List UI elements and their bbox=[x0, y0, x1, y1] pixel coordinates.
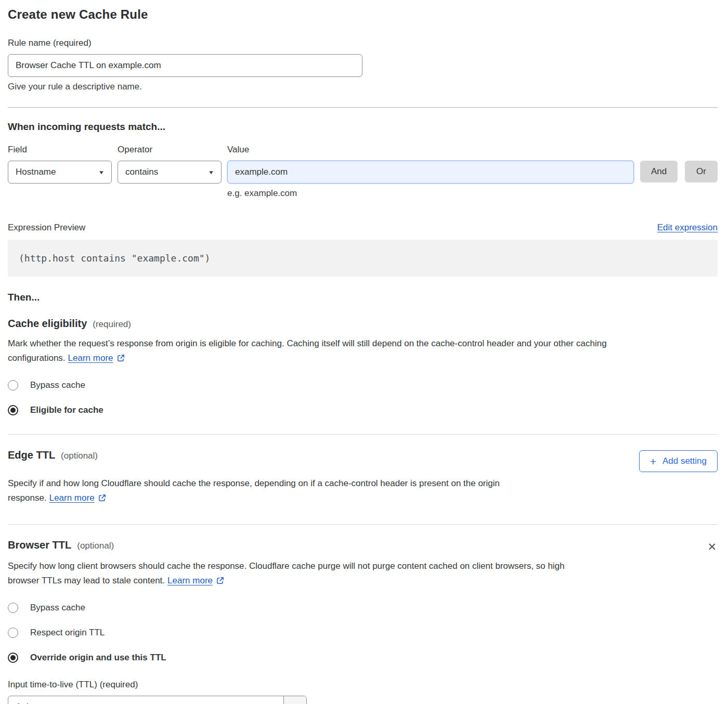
cache-eligibility-title-row: Cache eligibility (required) bbox=[8, 318, 718, 330]
radio-respect-origin-ttl[interactable]: Respect origin TTL bbox=[8, 628, 105, 638]
radio-bypass-cache[interactable]: Bypass cache bbox=[8, 380, 85, 390]
browser-ttl-close-button[interactable]: ✕ bbox=[707, 541, 717, 552]
value-label: Value bbox=[227, 145, 634, 155]
match-row: Field Hostname ▼ Operator contains ▼ Val… bbox=[8, 145, 718, 199]
radio-selected-icon bbox=[8, 405, 18, 415]
chevron-down-icon: ▼ bbox=[208, 170, 214, 175]
radio-circle-icon bbox=[8, 628, 18, 638]
value-helper: e.g. example.com bbox=[227, 188, 634, 199]
rule-name-label: Rule name (required) bbox=[8, 38, 718, 48]
field-select-value: Hostname bbox=[16, 167, 56, 177]
field-column: Field Hostname ▼ bbox=[8, 145, 112, 184]
edge-ttl-title: Edge TTL bbox=[8, 449, 55, 461]
divider bbox=[8, 107, 718, 108]
divider bbox=[8, 524, 718, 525]
edge-ttl-header: Edge TTL (optional) + Add setting bbox=[8, 449, 718, 472]
ttl-select[interactable]: 1 day ▼ bbox=[8, 696, 307, 704]
edge-ttl-description: Specify if and how long Cloudflare shoul… bbox=[8, 476, 582, 505]
operator-select-value: contains bbox=[125, 167, 158, 177]
expression-code: (http.host contains "example.com") bbox=[8, 240, 718, 277]
edge-ttl-section: Edge TTL (optional) + Add setting Specif… bbox=[8, 449, 718, 505]
value-column: Value e.g. example.com bbox=[227, 145, 634, 199]
cache-eligibility-qualifier: (required) bbox=[93, 319, 131, 330]
external-link-icon bbox=[98, 494, 106, 502]
match-section: When incoming requests match... Field Ho… bbox=[8, 121, 718, 199]
page-title: Create new Cache Rule bbox=[8, 7, 718, 22]
learn-more-link[interactable]: Learn more bbox=[167, 576, 224, 585]
cache-eligibility-section: Cache eligibility (required) Mark whethe… bbox=[8, 318, 718, 415]
and-button[interactable]: And bbox=[640, 161, 678, 182]
browser-ttl-section: Browser TTL (optional) ✕ Specify how lon… bbox=[8, 539, 718, 704]
add-setting-button[interactable]: + Add setting bbox=[639, 450, 718, 472]
edge-ttl-qualifier: (optional) bbox=[61, 451, 98, 461]
chevron-down-icon: ▼ bbox=[98, 170, 105, 175]
browser-ttl-title: Browser TTL bbox=[8, 539, 71, 551]
expression-section: Expression Preview Edit expression (http… bbox=[8, 223, 718, 277]
field-label: Field bbox=[8, 145, 112, 155]
match-heading: When incoming requests match... bbox=[8, 121, 718, 133]
create-cache-rule-form: Create new Cache Rule Rule name (require… bbox=[0, 0, 728, 704]
ttl-select-value: 1 day bbox=[8, 696, 283, 704]
radio-eligible-for-cache[interactable]: Eligible for cache bbox=[8, 405, 103, 415]
rule-name-helper: Give your rule a descriptive name. bbox=[8, 82, 718, 92]
browser-ttl-description: Specify how long client browsers should … bbox=[8, 559, 577, 588]
radio-browser-bypass-cache[interactable]: Bypass cache bbox=[8, 603, 85, 613]
cache-eligibility-title: Cache eligibility bbox=[8, 318, 87, 330]
operator-column: Operator contains ▼ bbox=[118, 145, 222, 184]
edit-expression-link[interactable]: Edit expression bbox=[657, 223, 718, 233]
learn-more-link[interactable]: Learn more bbox=[49, 493, 106, 503]
ttl-input-block: Input time-to-live (TTL) (required) 1 da… bbox=[8, 680, 718, 704]
then-heading: Then... bbox=[8, 292, 718, 303]
radio-override-origin-ttl[interactable]: Override origin and use this TTL bbox=[8, 653, 166, 663]
ttl-select-arrow-button[interactable]: ▼ bbox=[283, 696, 306, 704]
cache-eligibility-description: Mark whether the request’s response from… bbox=[8, 336, 709, 366]
operator-select[interactable]: contains ▼ bbox=[118, 161, 222, 184]
ttl-input-label: Input time-to-live (TTL) (required) bbox=[8, 680, 718, 690]
browser-ttl-header: Browser TTL (optional) ✕ bbox=[8, 539, 718, 552]
field-select[interactable]: Hostname ▼ bbox=[8, 161, 112, 184]
close-icon: ✕ bbox=[707, 541, 717, 553]
rule-name-input[interactable] bbox=[8, 54, 362, 77]
learn-more-link[interactable]: Learn more bbox=[68, 353, 125, 363]
rule-name-section: Rule name (required) Give your rule a de… bbox=[8, 38, 718, 92]
browser-ttl-qualifier: (optional) bbox=[77, 541, 114, 551]
value-input[interactable] bbox=[227, 161, 634, 184]
edge-ttl-title-row: Edge TTL (optional) bbox=[8, 449, 98, 461]
radio-circle-icon bbox=[8, 380, 18, 390]
plus-icon: + bbox=[650, 456, 656, 467]
or-button[interactable]: Or bbox=[685, 161, 718, 182]
expression-preview-label: Expression Preview bbox=[8, 223, 85, 233]
operator-label: Operator bbox=[118, 145, 222, 155]
external-link-icon bbox=[117, 354, 125, 362]
radio-circle-icon bbox=[8, 603, 18, 613]
browser-ttl-title-row: Browser TTL (optional) bbox=[8, 539, 114, 551]
radio-selected-icon bbox=[8, 653, 18, 663]
external-link-icon bbox=[216, 577, 224, 584]
expression-header: Expression Preview Edit expression bbox=[8, 223, 718, 233]
divider bbox=[8, 434, 718, 435]
